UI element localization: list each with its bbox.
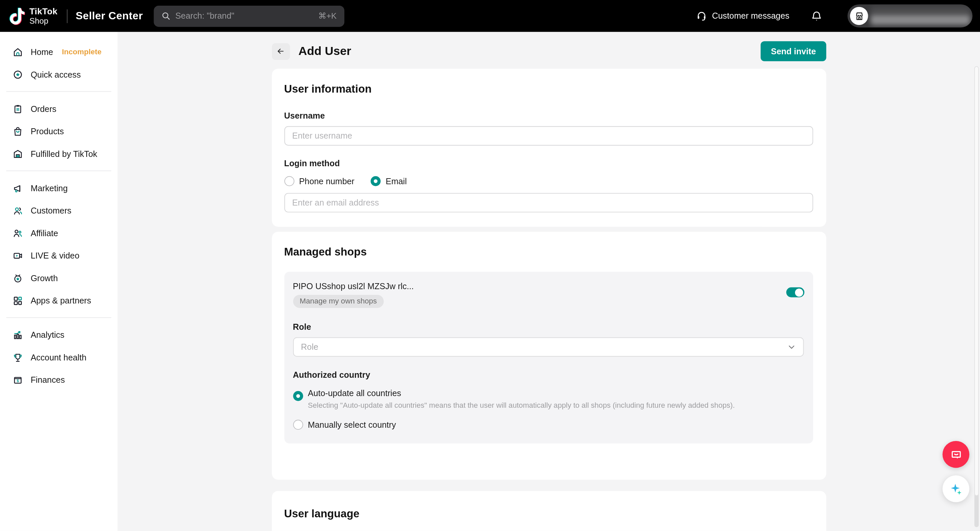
sidebar-item-fulfilled-by-tiktok[interactable]: Fulfilled by TikTok: [0, 143, 118, 165]
chevron-down-icon: [788, 343, 795, 351]
option-description: Selecting "Auto-update all countries" me…: [308, 401, 735, 410]
sidebar-item-live-video[interactable]: LIVE & video: [0, 244, 118, 267]
back-button[interactable]: [272, 43, 290, 60]
marketing-icon: [13, 182, 23, 193]
sidebar-item-label: Orders: [31, 104, 56, 113]
sidebar-item-label: Customers: [31, 206, 72, 215]
topbar: TikTok Shop Seller Center ⌘+K Customer m…: [0, 0, 980, 32]
sidebar-item-label: LIVE & video: [31, 251, 80, 260]
sidebar: Home Incomplete Quick access: [0, 32, 118, 531]
storefront-icon: [854, 11, 864, 21]
ai-assistant-fab[interactable]: [943, 476, 970, 502]
scrollbar-track[interactable]: [974, 66, 978, 527]
radio-selected-icon: [293, 391, 303, 401]
managed-shops-title: Managed shops: [284, 246, 813, 258]
affiliate-icon: [13, 228, 23, 238]
radio-auto-update-countries[interactable]: Auto-update all countries Selecting "Aut…: [293, 388, 804, 410]
sidebar-item-growth[interactable]: Growth: [0, 267, 118, 290]
arrow-left-icon: [276, 47, 286, 55]
sidebar-item-label: Quick access: [31, 70, 81, 79]
global-search[interactable]: ⌘+K: [153, 5, 344, 27]
headset-icon: [696, 11, 707, 21]
shop-panel: PIPO USshop usl2l MZSJw rlc... Manage my…: [284, 272, 813, 444]
username-label: Username: [284, 111, 813, 120]
sidebar-item-products[interactable]: Products: [0, 120, 118, 143]
role-label: Role: [293, 322, 804, 332]
support-chat-fab[interactable]: [943, 441, 970, 468]
radio-email[interactable]: Email: [371, 176, 407, 186]
authorized-country-label: Authorized country: [293, 371, 804, 380]
sidebar-item-label: Affiliate: [31, 228, 58, 238]
sidebar-item-analytics[interactable]: Analytics: [0, 323, 118, 346]
search-icon: [161, 11, 170, 21]
email-input[interactable]: [284, 193, 813, 212]
sidebar-item-affiliate[interactable]: Affiliate: [0, 222, 118, 244]
radio-label: Manually select country: [308, 420, 396, 430]
radio-label: Phone number: [299, 176, 354, 186]
shop-row: PIPO USshop usl2l MZSJw rlc... Manage my…: [293, 282, 804, 308]
home-icon: [13, 47, 23, 57]
sidebar-divider: [6, 317, 111, 318]
logo-wordmark: TikTok Shop: [29, 7, 57, 25]
sidebar-group-commerce: Orders Products: [0, 95, 118, 168]
customer-messages-button[interactable]: Customer messages: [696, 11, 789, 21]
main-content: Add User Send invite User information Us…: [118, 32, 980, 531]
sidebar-item-orders[interactable]: Orders: [0, 98, 118, 120]
sidebar-item-label: Analytics: [31, 330, 64, 339]
sidebar-group-insights: Analytics Account health $: [0, 321, 118, 394]
shop-name: PIPO USshop usl2l MZSJw rlc...: [293, 282, 414, 291]
orders-icon: [13, 103, 23, 114]
sidebar-group-growth: Marketing Customers: [0, 174, 118, 314]
sidebar-item-label: Finances: [31, 375, 65, 384]
sidebar-item-quick-access[interactable]: Quick access: [0, 63, 118, 86]
product-name: Seller Center: [76, 10, 143, 22]
growth-icon: [13, 273, 23, 283]
svg-text:$: $: [17, 379, 19, 382]
user-language-title: User language: [284, 507, 813, 520]
quick-access-icon: [13, 69, 23, 79]
managed-shops-card: Managed shops PIPO USshop usl2l MZSJw rl…: [272, 232, 826, 480]
sidebar-divider: [6, 91, 111, 92]
search-input[interactable]: [175, 11, 313, 21]
topbar-right: Customer messages: [696, 4, 972, 27]
sidebar-item-finances[interactable]: $ Finances: [0, 368, 118, 391]
sidebar-item-customers[interactable]: Customers: [0, 199, 118, 222]
customers-icon: [13, 205, 23, 216]
account-health-icon: [13, 352, 23, 363]
user-information-title: User information: [284, 82, 813, 96]
account-name-redacted: [871, 7, 970, 25]
sidebar-item-home[interactable]: Home Incomplete: [0, 41, 118, 63]
search-shortcut: ⌘+K: [318, 11, 337, 21]
analytics-icon: [13, 330, 23, 340]
sidebar-item-label: Home: [31, 47, 53, 57]
sparkle-icon: [948, 481, 963, 496]
radio-label: Email: [386, 176, 407, 186]
notifications-button[interactable]: [811, 10, 822, 22]
username-input[interactable]: [284, 126, 813, 146]
bell-icon: [811, 10, 822, 22]
account-menu[interactable]: [848, 4, 973, 27]
shop-avatar: [850, 7, 868, 25]
radio-manually-select-country[interactable]: Manually select country: [293, 420, 804, 430]
sidebar-item-marketing[interactable]: Marketing: [0, 177, 118, 200]
sidebar-item-label: Account health: [31, 352, 86, 362]
page-header: Add User Send invite: [272, 41, 826, 61]
chat-bubble-icon: [949, 447, 963, 461]
logo-line2: Shop: [29, 17, 57, 25]
apps-partners-icon: [13, 295, 23, 306]
finances-icon: $: [13, 374, 23, 385]
radio-selected-icon: [371, 176, 381, 186]
page-title: Add User: [298, 44, 351, 58]
sidebar-item-apps-partners[interactable]: Apps & partners: [0, 289, 118, 312]
send-invite-button[interactable]: Send invite: [761, 41, 826, 61]
radio-phone-number[interactable]: Phone number: [284, 176, 354, 186]
shop-enabled-toggle[interactable]: [786, 287, 804, 298]
scrollbar-thumb[interactable]: [974, 66, 978, 496]
shop-badge: Manage my own shops: [293, 295, 383, 308]
shop-info: PIPO USshop usl2l MZSJw rlc... Manage my…: [293, 282, 414, 308]
sidebar-item-account-health[interactable]: Account health: [0, 346, 118, 369]
tiktok-shop-logo[interactable]: TikTok Shop: [9, 7, 57, 25]
sidebar-item-label: Growth: [31, 273, 58, 282]
role-select[interactable]: Role: [293, 338, 803, 357]
toggle-knob: [795, 288, 803, 296]
